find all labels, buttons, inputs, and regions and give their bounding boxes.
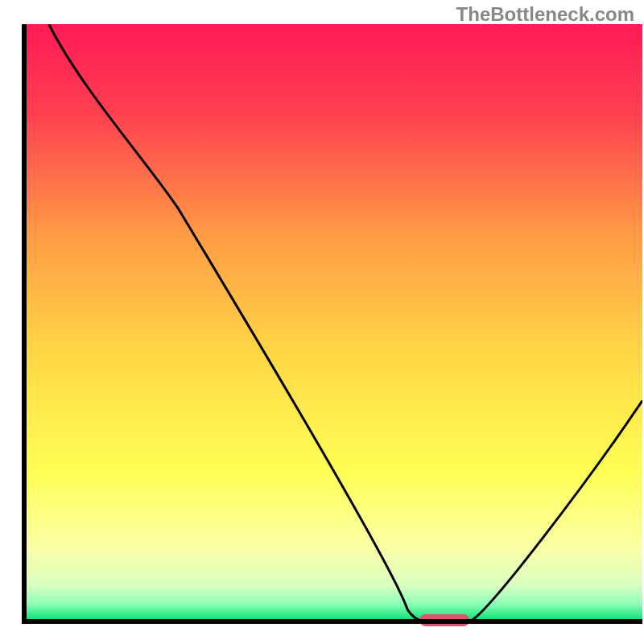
chart-background <box>24 24 642 621</box>
watermark: TheBottleneck.com <box>456 3 634 26</box>
chart-container: TheBottleneck.com <box>0 0 644 644</box>
bottleneck-chart <box>0 0 644 644</box>
